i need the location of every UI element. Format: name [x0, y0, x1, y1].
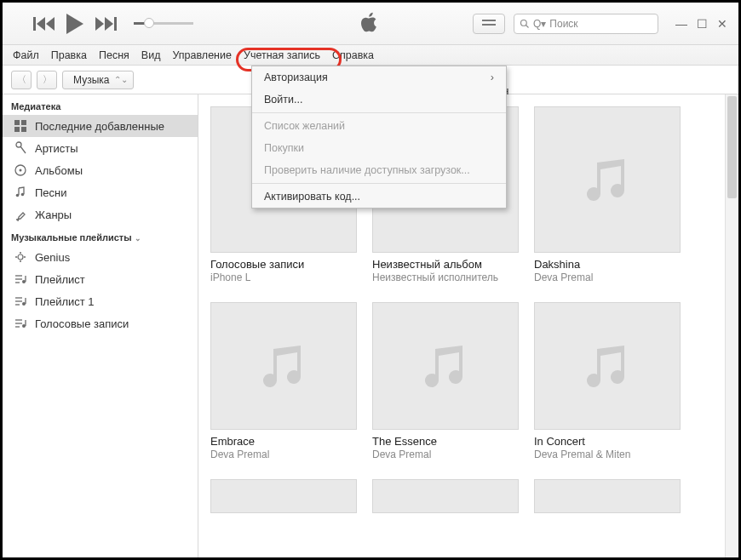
svg-point-13	[15, 256, 17, 258]
sidebar-playlist-genius[interactable]: Genius	[3, 246, 198, 268]
album-title: Embrace	[210, 435, 357, 448]
sidebar-header-library: Медиатека	[3, 94, 198, 115]
scrollbar-thumb[interactable]	[727, 96, 737, 198]
library-selector[interactable]: Музыка ⌃⌄	[62, 71, 134, 89]
playlist-icon	[13, 271, 28, 287]
svg-point-11	[21, 193, 25, 197]
svg-point-14	[24, 256, 26, 258]
mic-icon	[13, 140, 28, 156]
menu-controls[interactable]: Управление	[172, 49, 232, 61]
svg-line-7	[20, 146, 26, 153]
menu-account[interactable]: Учетная запись	[244, 49, 320, 61]
chevron-down-icon[interactable]: ⌄	[135, 234, 141, 243]
album-title: In Concert	[534, 435, 681, 448]
library-selector-label: Музыка	[73, 74, 109, 86]
back-button[interactable]: 〈	[11, 71, 32, 89]
account-dropdown: Авторизация › Войти... Список желаний По…	[251, 66, 507, 209]
play-button[interactable]	[66, 14, 83, 34]
album-cover	[534, 302, 681, 430]
sidebar-item-genres[interactable]: Жанры	[3, 203, 198, 226]
sidebar-playlist-voice[interactable]: Голосовые записи	[3, 312, 198, 334]
guitar-icon	[13, 207, 28, 222]
dropdown-label: Проверить наличие доступных загрузок...	[264, 164, 470, 176]
album-card[interactable]	[210, 479, 357, 513]
album-artist: iPhone L	[210, 271, 357, 283]
sidebar-item-label: Артисты	[35, 142, 78, 155]
album-artist: Неизвестный исполнитель	[372, 271, 519, 283]
sidebar-item-label: Голосовые записи	[35, 317, 129, 330]
album-icon	[13, 163, 28, 178]
sidebar-playlist-1[interactable]: Плейлист 1	[3, 290, 198, 312]
album-cover	[534, 106, 681, 253]
album-title: Голосовые записи	[210, 258, 357, 271]
album-title: Dakshina	[534, 258, 681, 271]
album-card[interactable]	[372, 479, 519, 513]
apple-logo-icon	[361, 11, 380, 37]
previous-button[interactable]	[33, 17, 55, 31]
album-card[interactable]: The Essence Deva Premal	[372, 302, 519, 460]
note-icon	[13, 185, 28, 200]
close-button[interactable]: ✕	[715, 16, 730, 31]
svg-point-9	[20, 169, 22, 172]
sidebar-playlist[interactable]: Плейлист	[3, 268, 198, 290]
sidebar-item-songs[interactable]: Песни	[3, 181, 198, 203]
dropdown-check-downloads: Проверить наличие доступных загрузок...	[252, 159, 506, 181]
album-title: The Essence	[372, 435, 519, 448]
album-card[interactable]: In Concert Deva Premal & Miten	[534, 302, 681, 460]
svg-rect-5	[21, 127, 26, 132]
album-cover	[210, 479, 357, 513]
next-button[interactable]	[95, 17, 117, 31]
dropdown-signin[interactable]: Войти...	[252, 89, 506, 111]
svg-point-10	[16, 194, 20, 197]
album-card[interactable]	[534, 479, 681, 513]
dropdown-label: Активировать код...	[264, 191, 360, 203]
list-view-button[interactable]	[473, 14, 505, 34]
sidebar: Медиатека Последние добавленные Артисты …	[3, 94, 198, 557]
dropdown-label: Авторизация	[264, 71, 328, 83]
menu-file[interactable]: Файл	[13, 49, 39, 61]
album-artist: Deva Premal	[372, 449, 519, 460]
sidebar-item-label: Жанры	[35, 209, 72, 221]
dropdown-separator	[252, 112, 506, 113]
dropdown-redeem[interactable]: Активировать код...	[252, 186, 506, 208]
sidebar-item-recent[interactable]: Последние добавленные	[3, 115, 198, 137]
scrollbar[interactable]	[725, 94, 738, 557]
album-artist: Deva Premal	[534, 271, 681, 283]
music-note-icon	[580, 152, 635, 207]
forward-button[interactable]: 〉	[37, 71, 57, 89]
music-note-icon	[256, 339, 311, 393]
svg-point-15	[20, 252, 21, 254]
maximize-button[interactable]: ☐	[694, 16, 709, 31]
dropdown-label: Покупки	[264, 142, 304, 154]
volume-slider[interactable]	[134, 22, 193, 25]
album-cover	[210, 302, 357, 430]
sidebar-item-label: Альбомы	[35, 164, 83, 177]
album-card[interactable]: Embrace Deva Premal	[210, 302, 357, 460]
chevron-updown-icon: ⌃⌄	[114, 75, 128, 84]
dropdown-wishlist: Список желаний	[252, 115, 506, 137]
menu-help[interactable]: Справка	[332, 49, 374, 61]
dropdown-purchases: Покупки	[252, 137, 506, 159]
svg-point-0	[521, 20, 527, 26]
svg-point-16	[20, 260, 21, 262]
sidebar-item-label: Песни	[35, 186, 67, 199]
menu-song[interactable]: Песня	[99, 49, 129, 61]
album-cover	[534, 479, 681, 513]
sidebar-item-label: Плейлист 1	[35, 295, 95, 308]
dropdown-label: Войти...	[264, 94, 302, 106]
sidebar-item-albums[interactable]: Альбомы	[3, 159, 198, 181]
sidebar-item-artists[interactable]: Артисты	[3, 137, 198, 159]
search-icon	[520, 19, 530, 29]
album-card[interactable]: Dakshina Deva Premal	[534, 106, 681, 283]
minimize-button[interactable]: —	[674, 16, 689, 31]
menu-edit[interactable]: Правка	[51, 49, 87, 61]
album-cover	[372, 479, 519, 513]
dropdown-authorize[interactable]: Авторизация ›	[252, 66, 506, 89]
genius-icon	[13, 249, 28, 265]
search-prefix: Q▾	[533, 18, 546, 30]
search-placeholder: Поиск	[549, 18, 577, 30]
search-input[interactable]: Q▾ Поиск	[514, 14, 658, 34]
grid-icon	[13, 118, 28, 134]
album-artist: Deva Premal & Miten	[534, 449, 681, 460]
menu-view[interactable]: Вид	[141, 49, 161, 61]
